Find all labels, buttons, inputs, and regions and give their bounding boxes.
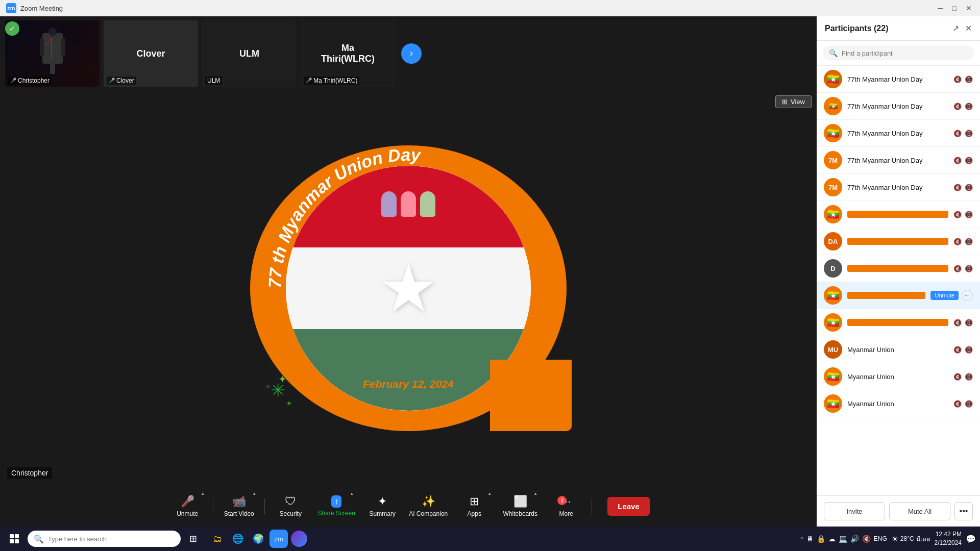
- share-screen-caret-icon[interactable]: ▲: [350, 491, 354, 496]
- participant-name: Myanmar Union: [847, 346, 948, 354]
- taskbar-browser2[interactable]: 🌍: [249, 530, 267, 548]
- mute-all-button[interactable]: Mute All: [889, 502, 950, 520]
- tray-expand-icon[interactable]: ^: [801, 536, 803, 542]
- whiteboards-button[interactable]: ⬜ ▲ Whiteboards: [500, 488, 541, 524]
- ai-companion-button[interactable]: ✨ AI Companion: [408, 488, 449, 524]
- list-item[interactable]: 🇲🇲 🔇 📵: [817, 201, 980, 228]
- participant-avatar: D: [824, 259, 842, 278]
- list-item[interactable]: MU Myanmar Union 🔇 📵: [817, 336, 980, 363]
- participant-actions: 🔇 📵: [953, 157, 973, 164]
- apps-icon: ⊞: [470, 495, 479, 508]
- summary-button[interactable]: ✦ Summary: [362, 488, 403, 524]
- participant-avatar: 🇲🇲: [824, 313, 842, 332]
- view-button[interactable]: ⊞ View: [775, 95, 812, 108]
- more-icon: ··· 8: [561, 495, 571, 508]
- taskbar-zoom[interactable]: zm: [270, 530, 288, 548]
- minimize-button[interactable]: ─: [935, 3, 945, 13]
- list-item[interactable]: DA 🔇 📵: [817, 228, 980, 255]
- list-item[interactable]: 🇲🇲 77th Myanmar Union Day 🔇 📵: [817, 120, 980, 147]
- weather-widget: ☀ 28°C มีเดต: [891, 534, 930, 544]
- participants-list[interactable]: 🇲🇲 77th Myanmar Union Day 🔇 📵 🇲🇲 77th My…: [817, 66, 980, 495]
- participant-name: Myanmar Union: [847, 373, 948, 381]
- svg-rect-0: [42, 33, 63, 64]
- taskbar-right: ^ 🖥 🔒 ☁ 💻 🔊 🔇 ENG ☀ 28°C มีเดต 12:42 PM …: [801, 530, 976, 547]
- participant-avatar: 7M: [824, 178, 842, 196]
- search-input[interactable]: [842, 49, 968, 57]
- leave-button[interactable]: Leave: [607, 497, 650, 516]
- task-view-button[interactable]: ⊞: [184, 530, 202, 548]
- title-bar: zm Zoom Meeting ─ □ ✕: [0, 0, 980, 16]
- list-item[interactable]: 7M 77th Myanmar Union Day 🔇 📵: [817, 174, 980, 201]
- tray-icon-4: 💻: [839, 535, 847, 543]
- panel-popout-button[interactable]: ↗: [952, 23, 959, 33]
- window-controls: ─ □ ✕: [935, 3, 974, 13]
- video-off-icon: 📵: [965, 400, 973, 408]
- maximize-button[interactable]: □: [949, 3, 960, 13]
- more-button[interactable]: ··· 8 More: [546, 488, 586, 524]
- close-button[interactable]: ✕: [964, 3, 974, 13]
- participant-tile-mathiri[interactable]: Ma Thiri(WLRC) 🎤 Ma Thiri(WLRC): [301, 20, 395, 87]
- video-off-icon: 📵: [965, 346, 973, 354]
- weather-temp: 28°C: [900, 535, 914, 542]
- taskbar-search-input[interactable]: [48, 535, 175, 543]
- video-off-icon: 📵: [965, 319, 973, 327]
- participant-tile-christopher[interactable]: 🎤 Christopher: [5, 20, 100, 87]
- taskbar-search[interactable]: 🔍: [28, 531, 181, 547]
- search-input-wrap: 🔍: [823, 46, 974, 60]
- list-item[interactable]: D 🔇 📵: [817, 255, 980, 282]
- participant-avatar: 🇲🇲: [824, 205, 842, 223]
- list-item[interactable]: 🇲🇲 Unmute ···: [817, 282, 980, 309]
- participant-name: 77th Myanmar Union Day: [847, 130, 948, 137]
- taskbar-search-icon: 🔍: [34, 534, 44, 544]
- video-icon: 📹: [232, 495, 246, 508]
- taskbar-chrome[interactable]: 🌐: [229, 530, 247, 548]
- security-button[interactable]: 🛡 Security: [270, 488, 311, 524]
- share-screen-button[interactable]: ↑ ▲ Share Screen: [316, 488, 357, 524]
- unmute-caret-icon[interactable]: ▲: [201, 491, 205, 496]
- video-caret-icon[interactable]: ▲: [252, 491, 256, 496]
- notification-icon[interactable]: 💬: [966, 534, 976, 544]
- participant-avatar: 🇲🇲: [824, 394, 842, 413]
- taskbar-file-explorer[interactable]: 🗂: [208, 530, 227, 548]
- apps-button[interactable]: ⊞ ▲ Apps: [454, 488, 495, 524]
- participant-actions[interactable]: Unmute ···: [930, 290, 973, 301]
- whiteboards-caret-icon[interactable]: ▲: [533, 491, 537, 496]
- participant-actions: 🔇 📵: [953, 346, 973, 354]
- footer-more-button[interactable]: •••: [954, 502, 973, 520]
- share-screen-icon: ↑: [331, 495, 341, 508]
- list-item[interactable]: 🇲🇲 🔇 📵: [817, 309, 980, 336]
- unmute-button[interactable]: 🎤 ▲ Unmute: [167, 488, 208, 524]
- participant-actions: 🔇 📵: [953, 211, 973, 218]
- speaker-label: Christopher: [7, 467, 52, 479]
- panel-title: Participants (22): [825, 24, 888, 33]
- start-video-button[interactable]: 📹 ▲ Start Video: [218, 488, 259, 524]
- next-participants-button[interactable]: ›: [401, 43, 422, 64]
- svg-point-7: [50, 29, 56, 35]
- svg-rect-3: [40, 38, 44, 56]
- panel-header-icons: ↗ ✕: [952, 23, 972, 33]
- video-off-icon: 📵: [965, 373, 973, 381]
- list-item[interactable]: 🇲🇲 77th Myanmar Union Day 🔇 📵: [817, 93, 980, 120]
- list-item[interactable]: 🇲🇲 Myanmar Union 🔇 📵: [817, 363, 980, 390]
- participants-strip: 🎤 Christopher Clover 🎤 Clover ULM ULM: [0, 16, 817, 90]
- list-item[interactable]: 🇲🇲 Myanmar Union 🔇 📵: [817, 390, 980, 417]
- ulm-label: ULM: [239, 48, 259, 59]
- apps-caret-icon[interactable]: ▲: [487, 491, 492, 496]
- start-button[interactable]: [4, 529, 24, 549]
- participant-tile-ulm[interactable]: ULM ULM: [202, 20, 297, 87]
- panel-close-button[interactable]: ✕: [965, 23, 972, 33]
- myanmar-poster: ★: [235, 100, 582, 475]
- participant-tile-clover[interactable]: Clover 🎤 Clover: [104, 20, 198, 87]
- unmute-participant-button[interactable]: Unmute: [930, 291, 959, 300]
- list-item[interactable]: 7M 77th Myanmar Union Day 🔇 📵: [817, 147, 980, 174]
- mute-icon: 🔇: [953, 76, 962, 83]
- participant-name: 77th Myanmar Union Day: [847, 157, 948, 164]
- list-item[interactable]: 🇲🇲 77th Myanmar Union Day 🔇 📵: [817, 66, 980, 93]
- participant-name-bar: [847, 238, 948, 245]
- tray-icon-3: ☁: [828, 535, 836, 543]
- participant-more-button[interactable]: ···: [962, 290, 973, 301]
- window-title: Zoom Meeting: [20, 5, 63, 12]
- security-label: Security: [280, 510, 302, 517]
- taskbar-copilot[interactable]: [291, 531, 307, 547]
- invite-button[interactable]: Invite: [824, 502, 885, 520]
